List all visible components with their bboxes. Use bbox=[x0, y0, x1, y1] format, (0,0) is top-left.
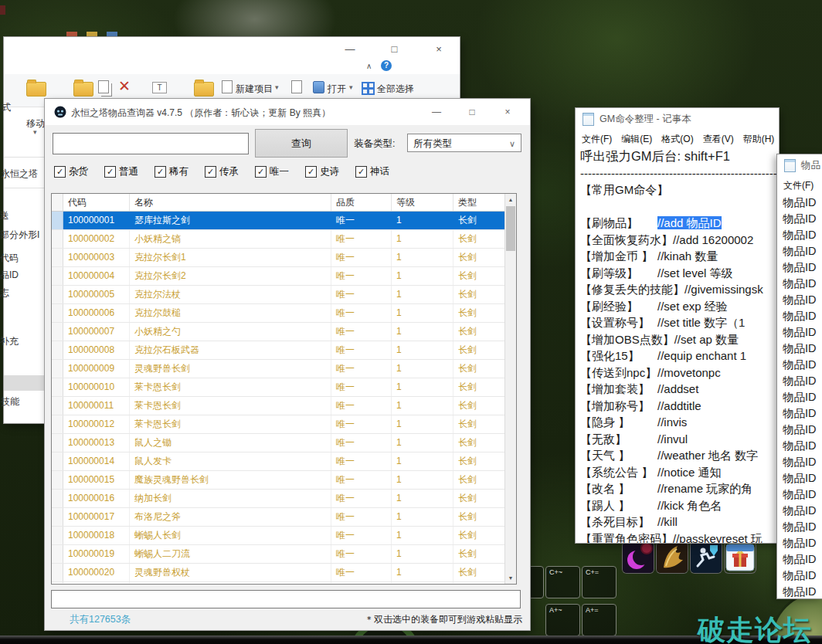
item-window-title-bar[interactable]: 物品 bbox=[777, 154, 822, 176]
query-button[interactable]: 查询 bbox=[255, 129, 348, 158]
table-row[interactable]: 100000011莱卡恩长剑唯一1长剑 bbox=[52, 397, 516, 415]
hotkey-slot[interactable]: A+~ bbox=[545, 604, 580, 636]
table-row[interactable]: 100000018蜥蜴人长剑唯一1长剑 bbox=[52, 527, 516, 545]
table-row[interactable]: 100000013鼠人之锄唯一1长剑 bbox=[52, 434, 516, 452]
scroll-down-icon[interactable]: ▼ bbox=[505, 572, 516, 584]
item-id-content[interactable]: 物品ID物品ID物品ID物品ID物品ID物品ID物品ID物品ID物品ID物品ID… bbox=[777, 195, 822, 598]
table-row[interactable]: 100000007小妖精之勺唯一1长剑 bbox=[52, 323, 516, 341]
ribbon-collapse-icon[interactable]: ∧ bbox=[366, 62, 372, 70]
menu-item[interactable]: 帮助(H) bbox=[743, 133, 775, 146]
explorer-left-item[interactable]: 志 bbox=[0, 286, 9, 300]
table-row[interactable]: 100000019蜥蜴人二刀流唯一1长剑 bbox=[52, 545, 516, 564]
checkbox-checked-icon[interactable]: ✓ bbox=[205, 166, 216, 178]
help-icon[interactable]: ? bbox=[381, 60, 392, 71]
menu-item[interactable]: 格式(O) bbox=[661, 133, 693, 146]
scrollbar-thumb[interactable] bbox=[506, 206, 515, 251]
gm-command-text: //addset bbox=[657, 382, 698, 395]
filter-checkbox-唯一[interactable]: ✓唯一 bbox=[255, 165, 289, 178]
qat-icon-1[interactable] bbox=[66, 32, 77, 37]
checkbox-checked-icon[interactable]: ✓ bbox=[155, 166, 166, 178]
table-row[interactable]: 100000015魔族灵魂野兽长剑唯一1长剑 bbox=[52, 471, 516, 490]
scroll-up-icon[interactable]: ▲ bbox=[505, 194, 516, 205]
checkbox-checked-icon[interactable]: ✓ bbox=[54, 166, 66, 178]
result-output-box[interactable] bbox=[51, 590, 521, 608]
table-row[interactable]: 100000021小妖精之单手锤唯一1长剑 bbox=[52, 582, 516, 583]
table-header-cell[interactable]: 等级 bbox=[392, 194, 453, 211]
rename-icon[interactable]: T bbox=[152, 82, 167, 93]
select-all-button[interactable]: 全部选择 bbox=[377, 83, 414, 96]
gm-command-text: //addtitle bbox=[657, 399, 701, 412]
filter-checkbox-普通[interactable]: ✓普通 bbox=[104, 165, 138, 178]
gift-box-icon[interactable] bbox=[725, 542, 756, 573]
menu-item[interactable]: 编辑(E) bbox=[621, 133, 652, 146]
properties-icon[interactable] bbox=[291, 80, 302, 93]
checkbox-checked-icon[interactable]: ✓ bbox=[255, 166, 267, 178]
copy-icon[interactable] bbox=[98, 80, 109, 93]
new-folder-icon[interactable] bbox=[194, 82, 214, 97]
explorer-maximize-button[interactable]: □ bbox=[383, 43, 406, 55]
menu-item[interactable]: 文件(F) bbox=[582, 133, 612, 146]
row-cell: 1 bbox=[392, 508, 453, 526]
table-row[interactable]: 100000016纳加长剑唯一1长剑 bbox=[52, 490, 516, 508]
qat-icon-3[interactable] bbox=[107, 32, 117, 37]
crescent-moon-skill-icon[interactable] bbox=[623, 542, 654, 573]
golden-wings-skill-icon[interactable] bbox=[657, 542, 688, 573]
query-minimize-button[interactable]: — bbox=[419, 107, 454, 117]
filter-checkbox-传承[interactable]: ✓传承 bbox=[205, 165, 239, 178]
hotkey-slot[interactable]: A+= bbox=[582, 604, 616, 636]
hotkey-slot[interactable]: C+~ bbox=[545, 566, 580, 598]
query-maximize-button[interactable]: □ bbox=[454, 107, 490, 117]
table-row[interactable]: 100000005克拉尔法杖唯一1长剑 bbox=[52, 286, 516, 304]
hotkey-slot[interactable]: C+= bbox=[582, 566, 616, 598]
explorer-left-item[interactable]: 代码 bbox=[0, 252, 19, 265]
query-close-button[interactable]: × bbox=[490, 107, 525, 117]
sprint-runner-skill-icon[interactable] bbox=[691, 542, 722, 573]
explorer-left-item[interactable]: 补充 bbox=[0, 335, 19, 348]
move-to-icon[interactable] bbox=[26, 82, 46, 97]
filter-checkbox-神话[interactable]: ✓神话 bbox=[355, 165, 389, 178]
open-button[interactable]: 打开 bbox=[328, 83, 346, 96]
table-scrollbar[interactable]: ▲ ▼ bbox=[504, 194, 516, 584]
table-header-cell[interactable]: 类型 bbox=[453, 194, 506, 211]
copy-to-folder-icon[interactable] bbox=[73, 82, 93, 97]
table-header-cell[interactable]: 代码 bbox=[63, 194, 130, 211]
table-row[interactable]: 100000002小妖精之镐唯一1长剑 bbox=[52, 230, 516, 249]
checkbox-checked-icon[interactable]: ✓ bbox=[305, 166, 317, 178]
filter-checkbox-史诗[interactable]: ✓史诗 bbox=[305, 165, 339, 178]
explorer-left-item[interactable]: 永恒之塔 bbox=[1, 168, 38, 181]
equip-type-dropdown[interactable]: 所有类型 ∨ bbox=[407, 134, 521, 152]
filter-checkbox-杂货[interactable]: ✓杂货 bbox=[54, 165, 88, 178]
checkbox-checked-icon[interactable]: ✓ bbox=[104, 166, 116, 178]
notepad-title-bar[interactable]: GM命令整理 - 记事本 bbox=[576, 108, 779, 130]
filter-checkbox-稀有[interactable]: ✓稀有 bbox=[155, 165, 189, 178]
table-row[interactable]: 100000008克拉尔石板武器唯一1长剑 bbox=[52, 341, 516, 360]
table-row[interactable]: 100000004克拉尔长剑2唯一1长剑 bbox=[52, 267, 516, 286]
table-row[interactable]: 100000001瑟库拉斯之剑唯一1长剑 bbox=[52, 212, 516, 230]
menu-item-file[interactable]: 文件(F) bbox=[783, 179, 814, 192]
qat-icon-2[interactable] bbox=[87, 32, 97, 37]
table-row[interactable]: 100000010莱卡恩长剑唯一1长剑 bbox=[52, 378, 516, 397]
checkbox-checked-icon[interactable]: ✓ bbox=[355, 166, 367, 178]
table-row[interactable]: 100000009灵魂野兽长剑唯一1长剑 bbox=[52, 360, 516, 378]
table-row[interactable]: 100000014鼠人发卡唯一1长剑 bbox=[52, 452, 516, 471]
table-row[interactable]: 100000006克拉尔鼓槌唯一1长剑 bbox=[52, 304, 516, 323]
new-item-button[interactable]: 新建项目 bbox=[236, 83, 273, 96]
delete-icon[interactable]: ✕ bbox=[118, 77, 131, 95]
notepad-content[interactable]: 呼出强力GM后台: shift+F1----------------------… bbox=[576, 148, 779, 543]
table-row[interactable]: 100000012莱卡恩长剑唯一1长剑 bbox=[52, 415, 516, 434]
explorer-left-item[interactable]: 技能 bbox=[1, 395, 19, 408]
table-row[interactable]: 100000017布洛尼之斧唯一1长剑 bbox=[52, 508, 516, 527]
query-title-bar[interactable]: 永恒之塔物品查询器 v4.7.5 （原作者：斩心诀；更新 By 熙真） — □ … bbox=[45, 99, 530, 125]
table-header-cell[interactable]: 品质 bbox=[331, 194, 392, 211]
explorer-left-item[interactable]: 部分外形I bbox=[0, 229, 39, 242]
table-row[interactable]: 100000003克拉尔长剑1唯一1长剑 bbox=[52, 249, 516, 267]
explorer-left-item[interactable]: 品ID bbox=[0, 269, 19, 282]
explorer-close-button[interactable]: × bbox=[427, 43, 450, 55]
explorer-left-item[interactable]: 送 bbox=[0, 209, 9, 222]
table-row[interactable]: 100000020灵魂野兽权杖唯一1长剑 bbox=[52, 564, 516, 582]
menu-item[interactable]: 查看(V) bbox=[703, 133, 734, 146]
search-input[interactable] bbox=[53, 133, 249, 154]
explorer-minimize-button[interactable]: — bbox=[338, 43, 362, 55]
explorer-left-item[interactable]: 式 bbox=[2, 101, 11, 114]
table-header-cell[interactable]: 名称 bbox=[130, 194, 331, 211]
